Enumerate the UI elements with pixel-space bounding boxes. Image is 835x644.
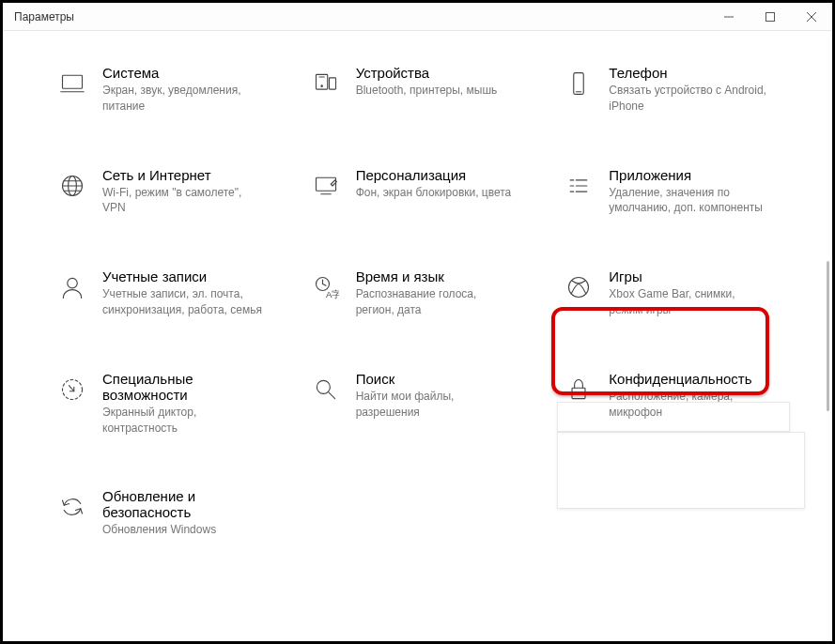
lock-icon	[564, 375, 594, 405]
category-privacy[interactable]: Конфиденциальность Расположение, камера,…	[564, 371, 795, 437]
search-icon	[311, 375, 341, 405]
scrollbar[interactable]	[827, 261, 829, 411]
category-title: Учетные записи	[102, 268, 262, 284]
svg-point-8	[321, 85, 322, 86]
globe-icon	[57, 171, 87, 201]
category-desc: Фон, экран блокировки, цвета	[356, 185, 512, 201]
category-desc: Экран, звук, уведомления, питание	[102, 83, 262, 115]
svg-rect-34	[572, 388, 585, 398]
maximize-button[interactable]	[750, 3, 791, 31]
category-title: Устройства	[356, 65, 498, 81]
svg-line-28	[322, 284, 326, 286]
category-title: Игры	[609, 268, 768, 284]
xbox-icon	[564, 272, 594, 302]
category-desc: Обновления Windows	[102, 522, 262, 538]
svg-rect-7	[329, 78, 335, 89]
svg-line-33	[328, 391, 334, 398]
category-update-security[interactable]: Обновление и безопасность Обновления Win…	[57, 488, 288, 538]
category-title: Приложения	[609, 167, 768, 183]
svg-rect-17	[316, 177, 335, 191]
personalization-icon	[311, 171, 341, 201]
category-desc: Распознавание голоса, регион, дата	[356, 286, 516, 318]
svg-rect-10	[574, 73, 584, 95]
category-apps[interactable]: Приложения Удаление, значения по умолчан…	[564, 167, 795, 217]
category-system[interactable]: Система Экран, звук, уведомления, питани…	[57, 65, 288, 115]
category-desc: Найти мои файлы, разрешения	[356, 389, 516, 421]
category-title: Специальные возможности	[102, 371, 262, 403]
category-desc: Учетные записи, эл. почта, синхронизация…	[102, 286, 262, 318]
titlebar: Параметры	[3, 3, 832, 31]
system-icon	[57, 69, 87, 99]
time-language-icon: A字	[311, 272, 341, 302]
update-icon	[57, 492, 87, 522]
svg-rect-1	[766, 12, 775, 21]
category-title: Конфиденциальность	[609, 371, 768, 387]
category-ease-of-access[interactable]: Специальные возможности Экранный диктор,…	[57, 371, 288, 437]
category-search[interactable]: Поиск Найти мои файлы, разрешения	[311, 371, 542, 437]
category-title: Система	[102, 65, 262, 81]
category-desc: Расположение, камера, микрофон	[609, 389, 768, 421]
category-title: Время и язык	[356, 268, 516, 284]
category-desc: Bluetooth, принтеры, мышь	[356, 83, 498, 99]
category-devices[interactable]: Устройства Bluetooth, принтеры, мышь	[311, 65, 542, 115]
devices-icon	[311, 69, 341, 99]
category-accounts[interactable]: Учетные записи Учетные записи, эл. почта…	[57, 268, 288, 318]
category-desc: Xbox Game Bar, снимки, режим игры	[609, 286, 768, 318]
category-personalization[interactable]: Персонализация Фон, экран блокировки, цв…	[311, 167, 542, 217]
category-title: Телефон	[609, 65, 768, 81]
apps-icon	[564, 171, 594, 201]
category-desc: Связать устройство с Android, iPhone	[609, 83, 768, 115]
category-network[interactable]: Сеть и Интернет Wi-Fi, режим "в самолете…	[57, 167, 288, 217]
window-title: Параметры	[14, 10, 74, 23]
category-title: Обновление и безопасность	[102, 488, 262, 520]
ease-of-access-icon	[57, 375, 87, 405]
category-title: Персонализация	[356, 167, 512, 183]
svg-text:A字: A字	[326, 289, 339, 299]
content-area: Система Экран, звук, уведомления, питани…	[3, 31, 832, 641]
category-desc: Wi-Fi, режим "в самолете", VPN	[102, 185, 262, 217]
category-desc: Удаление, значения по умолчанию, доп. ко…	[609, 185, 768, 217]
category-title: Сеть и Интернет	[102, 167, 262, 183]
category-time-language[interactable]: A字 Время и язык Распознавание голоса, ре…	[311, 268, 542, 318]
accounts-icon	[57, 272, 87, 302]
category-gaming[interactable]: Игры Xbox Game Bar, снимки, режим игры	[564, 268, 795, 318]
category-title: Поиск	[356, 371, 516, 387]
category-desc: Экранный диктор, контрастность	[102, 405, 262, 437]
svg-point-25	[68, 279, 78, 289]
phone-icon	[564, 69, 594, 99]
category-phone[interactable]: Телефон Связать устройство с Android, iP…	[564, 65, 795, 115]
minimize-button[interactable]	[708, 3, 750, 31]
svg-rect-4	[63, 75, 83, 88]
close-button[interactable]	[791, 3, 832, 31]
